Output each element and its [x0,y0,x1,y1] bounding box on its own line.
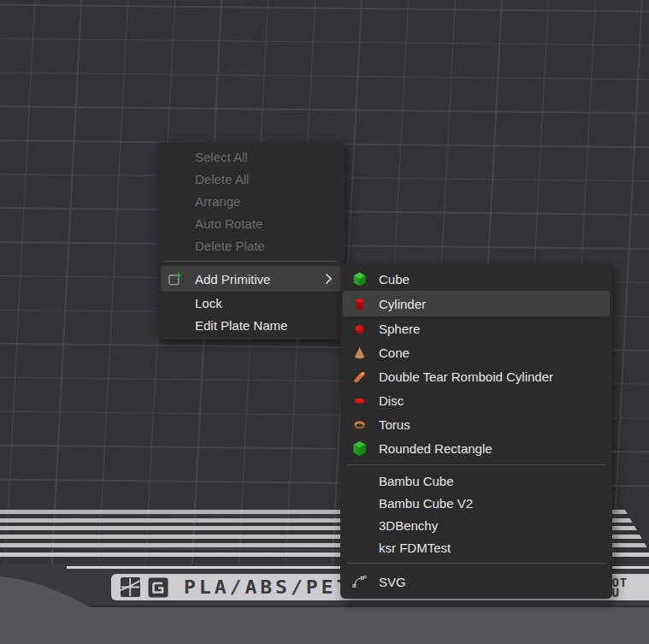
dtrc-icon [352,369,367,384]
menu-item-label: 3DBenchy [379,518,438,533]
cylinder-icon [352,296,367,311]
menu-separator [347,563,605,564]
menu-item-delete-plate: Delete Plate [157,234,345,257]
icon-spacer [168,238,182,253]
viewport-3d[interactable]: PLA/ABS/PETG HOT SU Select AllDelete All… [0,0,649,644]
menu-item-label: Torus [379,417,410,432]
plate-context-menu: Select AllDelete AllArrangeAuto RotateDe… [157,142,345,340]
cone-icon [352,345,367,360]
icon-spacer [168,171,182,186]
menu-item-delete-all: Delete All [157,168,345,190]
icon-spacer [168,149,182,164]
menu-item-auto-rotate: Auto Rotate [157,212,345,234]
menu-item-lock[interactable]: Lock [157,292,345,314]
add-primitive-submenu: CubeCylinderSphereConeDouble Tear Romboi… [340,263,612,599]
menu-item-label: Disc [379,393,404,408]
rounded-rect-icon [352,440,367,456]
menu-item-bambu-cube[interactable]: Bambu Cube [340,470,612,492]
icon-spacer [168,193,182,209]
icon-spacer [168,216,182,231]
menu-item-label: Rounded Rectangle [379,441,493,456]
menu-separator [347,464,605,465]
icon-spacer [352,517,367,533]
icon-spacer [352,473,367,488]
menu-item-3dbenchy[interactable]: 3DBenchy [340,514,612,536]
bezier-icon [352,574,367,589]
menu-item-edit-plate-name[interactable]: Edit Plate Name [157,314,345,336]
torus-icon [352,417,367,432]
chevron-right-icon [325,273,333,285]
menu-item-cone[interactable]: Cone [340,340,612,364]
menu-item-label: Delete Plate [195,239,265,253]
menu-item-label: Auto Rotate [195,216,263,231]
icon-spacer [352,495,367,511]
menu-item-label: Cone [379,346,410,360]
menu-item-disc[interactable]: Disc [340,388,612,412]
add-primitive-icon [168,271,182,287]
menu-item-ksr-fdmtest[interactable]: ksr FDMTest [340,536,612,558]
menu-item-select-all: Select All [157,145,345,168]
menu-item-label: Sphere [379,322,420,336]
menu-item-label: Lock [195,296,222,310]
plate-type-icon [148,577,168,598]
icon-spacer [352,540,367,555]
menu-item-rounded-rectangle[interactable]: Rounded Rectangle [340,436,612,460]
menu-item-sphere[interactable]: Sphere [340,316,612,340]
menu-item-label: Bambu Cube [379,474,454,488]
menu-item-label: Bambu Cube V2 [379,496,473,511]
menu-item-double-tear-romboid-cylinder[interactable]: Double Tear Romboid Cylinder [340,364,612,388]
menu-item-label: Double Tear Romboid Cylinder [379,369,553,384]
menu-item-torus[interactable]: Torus [340,412,612,436]
menu-item-label: SVG [379,575,406,589]
menu-item-arrange: Arrange [157,190,345,212]
menu-item-label: Add Primitive [195,272,270,287]
sphere-icon [352,321,367,336]
cube-icon [352,271,367,287]
menu-item-label: Edit Plate Name [195,318,287,333]
menu-separator [164,261,338,262]
menu-item-svg[interactable]: SVG [340,568,612,595]
disc-icon [352,393,367,408]
menu-item-label: Select All [195,150,248,164]
icon-spacer [168,317,182,333]
menu-item-label: ksr FDMTest [379,541,451,555]
menu-item-label: Delete All [195,172,249,186]
icon-spacer [168,295,182,310]
menu-item-add-primitive[interactable]: Add Primitive [161,266,341,292]
menu-item-cube[interactable]: Cube [340,267,612,291]
menu-item-label: Cylinder [379,297,426,311]
menu-item-label: Arrange [195,194,240,209]
menu-item-cylinder[interactable]: Cylinder [343,291,610,316]
menu-item-label: Cube [379,272,410,287]
bambu-logo-icon [121,577,140,597]
menu-item-bambu-cube-v2[interactable]: Bambu Cube V2 [340,492,612,514]
